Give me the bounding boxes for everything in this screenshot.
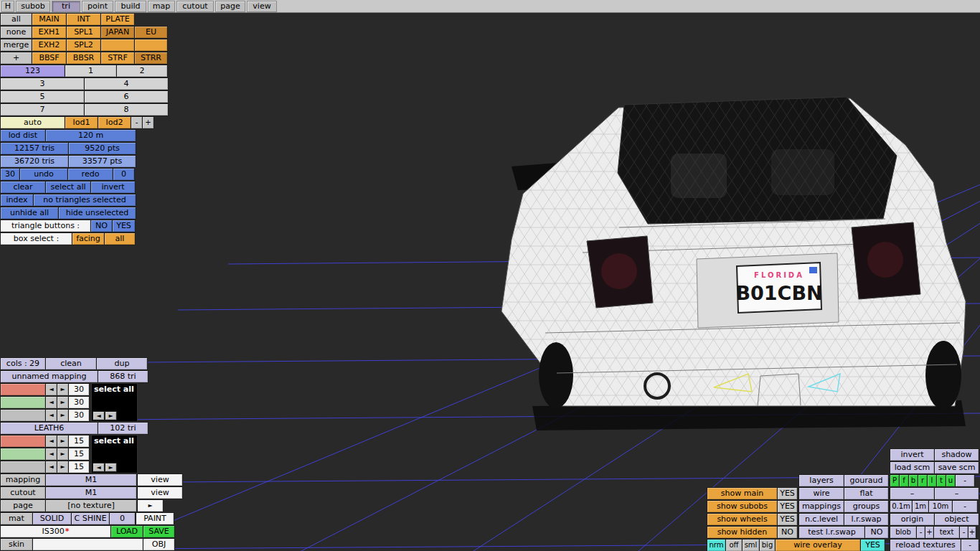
box-select-facing[interactable]: facing (72, 232, 105, 245)
triangle-buttons-no[interactable]: NO (90, 220, 113, 232)
origin-button[interactable]: origin (890, 513, 935, 526)
channel-value-field[interactable]: 15 (68, 461, 90, 474)
select-all-label[interactable]: select all (92, 384, 137, 395)
view-minus-button[interactable]: - (955, 474, 975, 487)
decrement-arrow-icon[interactable]: ◄ (45, 409, 57, 422)
snap-10m-button[interactable]: 10m (928, 500, 953, 513)
lod-minus-button[interactable]: - (131, 116, 143, 129)
group-7-button[interactable]: 7 (0, 103, 85, 116)
mapping-select-all-box[interactable]: select all ◄ ► (91, 383, 138, 422)
reload-minus-button[interactable]: - (961, 539, 979, 551)
dash-left-button[interactable]: – (890, 487, 935, 500)
view-under-button[interactable]: u (946, 474, 956, 487)
subob-part-bbsr[interactable]: BBSR (66, 52, 101, 65)
view-back-button[interactable]: b (908, 474, 918, 487)
menu-tab-map[interactable]: map (148, 1, 175, 12)
model-name-field[interactable]: IS300* (0, 525, 111, 538)
group-1-button[interactable]: 1 (65, 65, 117, 77)
increment-arrow-icon[interactable]: ► (57, 409, 69, 422)
hide-unselected-button[interactable]: hide unselected (58, 207, 136, 220)
subob-part-spl2[interactable]: SPL2 (66, 39, 101, 52)
subob-part-spl1[interactable]: SPL1 (66, 26, 101, 39)
invert-view-button[interactable]: invert (890, 448, 935, 461)
invert-selection-button[interactable]: invert (90, 181, 136, 194)
page-texture-value[interactable]: [no texture] (45, 499, 137, 512)
cutout-view-button[interactable]: view (137, 486, 183, 499)
subob-select-none-button[interactable]: none (0, 26, 32, 39)
subob-part-exh1[interactable]: EXH1 (32, 26, 67, 39)
dup-button[interactable]: dup (96, 357, 148, 370)
next-mapping-arrow[interactable]: ► (105, 463, 117, 472)
show-subobs-toggle[interactable]: show subobs (707, 500, 778, 513)
channel-slider-red[interactable] (0, 383, 46, 396)
decrement-arrow-icon[interactable]: ◄ (45, 461, 57, 474)
show-wheels-value[interactable]: YES (777, 513, 798, 526)
mappings-button[interactable]: mappings (798, 500, 844, 513)
prev-mapping-arrow[interactable]: ◄ (93, 463, 105, 472)
decrement-arrow-icon[interactable]: ◄ (45, 448, 57, 461)
next-mapping-arrow[interactable]: ► (105, 411, 117, 420)
increment-arrow-icon[interactable]: ► (57, 448, 69, 461)
subob-part-empty-2[interactable] (134, 39, 168, 52)
group-8-button[interactable]: 8 (84, 103, 169, 116)
mapping-slot-value[interactable]: M1 (45, 474, 137, 486)
subob-part-int[interactable]: INT (66, 13, 101, 26)
subob-part-exh2[interactable]: EXH2 (32, 39, 67, 52)
clean-button[interactable]: clean (45, 357, 97, 370)
view-left-button[interactable]: l (927, 474, 937, 487)
show-hidden-toggle[interactable]: show hidden (707, 526, 778, 539)
lod2-button[interactable]: lod2 (98, 116, 131, 129)
increment-arrow-icon[interactable]: ► (57, 461, 69, 474)
lod-auto-button[interactable]: auto (0, 116, 65, 129)
nc-level-button[interactable]: n.c.level (798, 513, 844, 526)
skin-name-field[interactable] (32, 538, 143, 551)
test-lr-swap-value[interactable]: NO (864, 526, 889, 539)
prev-mapping-arrow[interactable]: ◄ (93, 411, 105, 420)
menu-tab-view[interactable]: view (247, 1, 277, 12)
triangle-buttons-yes[interactable]: YES (112, 220, 136, 232)
shadow-button[interactable]: shadow (934, 448, 979, 461)
normals-small-button[interactable]: sml (742, 539, 760, 551)
snap-01m-button[interactable]: 0.1m (890, 500, 913, 513)
channel-value-field[interactable]: 15 (68, 435, 90, 448)
text-plus-button[interactable]: + (968, 526, 976, 539)
box-select-all[interactable]: all (104, 232, 136, 245)
show-wheels-toggle[interactable]: show wheels (707, 513, 778, 526)
snap-1m-button[interactable]: 1m (912, 500, 929, 513)
flat-button[interactable]: flat (844, 487, 889, 500)
mapping-view-button[interactable]: view (137, 474, 183, 486)
channel-slider-green[interactable] (0, 396, 46, 409)
cutout-slot-value[interactable]: M1 (45, 486, 137, 499)
lod-plus-button[interactable]: + (142, 116, 154, 129)
view-front-button[interactable]: f (899, 474, 909, 487)
subob-part-plate[interactable]: PLATE (100, 13, 135, 26)
redo-button[interactable]: redo (67, 168, 113, 181)
group-4-button[interactable]: 4 (84, 77, 169, 90)
subob-select-all-button[interactable]: all (0, 13, 32, 26)
menu-tab-cutout[interactable]: cutout (176, 1, 214, 12)
increment-arrow-icon[interactable]: ► (57, 435, 69, 448)
subob-part-strf[interactable]: STRF (100, 52, 135, 65)
menu-tab-subob[interactable]: subob (16, 1, 50, 12)
lod-dist-value[interactable]: 120 m (45, 129, 136, 142)
undo-button[interactable]: undo (19, 168, 68, 181)
select-all-label[interactable]: select all (92, 435, 137, 446)
select-all-button[interactable]: select all (45, 181, 91, 194)
channel-slider-gray[interactable] (0, 409, 46, 422)
normals-button[interactable]: nrm (707, 539, 726, 551)
channel-slider-green[interactable] (0, 448, 46, 461)
show-main-toggle[interactable]: show main (707, 487, 778, 500)
channel-value-field[interactable]: 15 (68, 448, 90, 461)
lod1-button[interactable]: lod1 (65, 116, 98, 129)
menu-tab-tri[interactable]: tri (52, 1, 80, 12)
show-subobs-value[interactable]: YES (777, 500, 798, 513)
mapping-group-name[interactable]: unnamed mapping (0, 370, 98, 383)
subob-add-button[interactable]: + (0, 52, 32, 65)
unhide-all-button[interactable]: unhide all (0, 207, 59, 220)
subob-part-eu[interactable]: EU (134, 26, 168, 39)
lod-dist-button[interactable]: lod dist (0, 129, 46, 142)
object-button[interactable]: object (934, 513, 979, 526)
mat-shine-value[interactable]: 0 (109, 512, 136, 525)
test-lr-swap-button[interactable]: test l.r.swap (798, 526, 865, 539)
clear-selection-button[interactable]: clear (0, 181, 46, 194)
